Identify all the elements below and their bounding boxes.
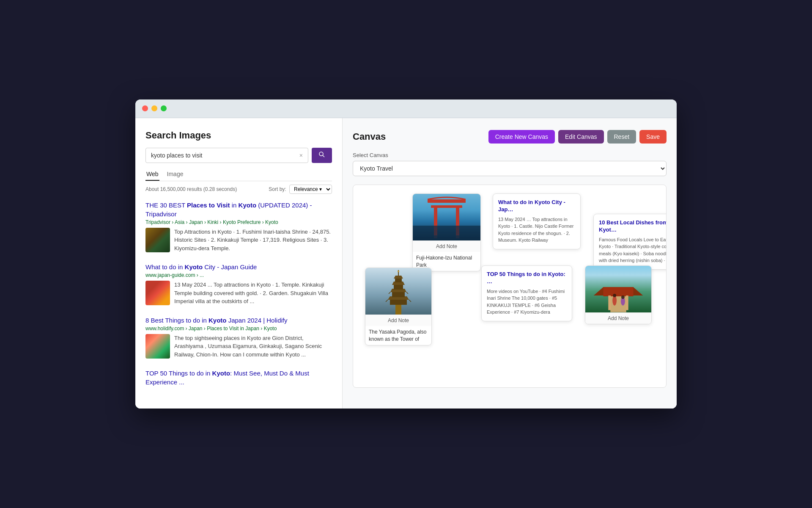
highlight: Kyoto — [212, 370, 230, 377]
search-result: THE 30 BEST Places to Visit in Kyoto (UP… — [145, 201, 332, 253]
result-thumbnail — [145, 281, 170, 305]
highlight: Kyoto — [208, 317, 227, 324]
search-result: TOP 50 Things to do in Kyoto: Must See, … — [145, 369, 332, 387]
tab-image[interactable]: Image — [166, 168, 184, 181]
results-meta: About 16,500,000 results (0.28 seconds) … — [145, 185, 332, 194]
result-title-link[interactable]: TOP 50 Things to do in Kyoto: Must See, … — [145, 369, 332, 387]
svg-line-1 — [323, 155, 324, 157]
card-title-localdishes: 10 Best Local Dishes from Kyot… — [599, 219, 667, 234]
svg-marker-20 — [394, 276, 403, 279]
canvas-card-top50[interactable]: TOP 50 Things to do in Kyoto: … More vid… — [481, 265, 572, 321]
card-caption-pagoda: The Yasaka Pagoda, also known as the Tow… — [365, 326, 431, 345]
card-image-temple — [585, 266, 651, 312]
card-title-whattodo: What to do in Kyoto City - Jap… — [498, 199, 575, 213]
search-input-wrapper: × — [145, 148, 308, 163]
svg-line-12 — [409, 300, 411, 302]
result-snippet: Top Attractions in Kyoto · 1. Fushimi In… — [174, 228, 332, 253]
canvas-card-localdishes[interactable]: 10 Best Local Dishes from Kyot… Famous F… — [593, 214, 667, 270]
canvas-select-label: Select Canvas — [353, 152, 667, 158]
browser-window: Search Images × Web Image About 1 — [135, 99, 677, 409]
search-result: 8 Best Things to do in Kyoto Japan 2024 … — [145, 316, 332, 359]
result-body: The top sightseeing places in Kyoto are … — [145, 334, 332, 359]
card-body-whattodo: 13 May 2024 … Top attractions in Kyoto ·… — [498, 216, 575, 244]
card-add-note-pagoda[interactable]: Add Note — [365, 315, 431, 326]
result-url: www.japan-guide.com › ... — [145, 272, 332, 278]
svg-point-22 — [398, 271, 399, 272]
temple-svg — [585, 279, 651, 312]
save-button[interactable]: Save — [639, 130, 667, 144]
traffic-lights — [142, 105, 167, 111]
canvas-card-torii[interactable]: Add Note Fuji-Hakone-Izu National Park — [412, 193, 481, 272]
svg-line-15 — [389, 292, 390, 294]
canvas-board: Add Note Fuji-Hakone-Izu National Park W… — [353, 185, 667, 388]
highlight: Places to Visit — [187, 202, 230, 209]
search-icon — [318, 151, 325, 158]
search-input[interactable] — [149, 149, 298, 162]
result-snippet: 13 May 2024 ... Top attractions in Kyoto… — [174, 281, 332, 306]
create-new-canvas-button[interactable]: Create New Canvas — [488, 130, 555, 144]
canvas-card-temple[interactable]: Add Note — [585, 265, 652, 324]
canvas-card-whattodo[interactable]: What to do in Kyoto City - Jap… 13 May 2… — [493, 193, 581, 249]
result-url: Tripadvisor › Asia › Japan › Kinki › Kyo… — [145, 219, 332, 225]
search-button[interactable] — [312, 148, 332, 163]
pagoda-svg — [384, 270, 413, 315]
result-url: www.holidify.com › Japan › Places to Vis… — [145, 326, 332, 331]
svg-rect-19 — [395, 279, 402, 282]
card-image-torii — [413, 194, 480, 240]
canvas-card-pagoda[interactable]: Add Note The Yasaka Pagoda, also known a… — [365, 268, 432, 346]
svg-point-29 — [613, 294, 616, 297]
canvas-select[interactable]: Kyoto Travel — [353, 161, 667, 176]
svg-rect-8 — [395, 304, 401, 315]
search-tabs: Web Image — [145, 168, 332, 181]
sort-controls: Sort by: Relevance ▾ — [269, 185, 332, 194]
result-snippet: The top sightseeing places in Kyoto are … — [174, 334, 332, 359]
search-bar: × — [145, 148, 332, 163]
canvas-panel: Canvas Create New Canvas Edit Canvas Res… — [343, 118, 677, 409]
svg-rect-2 — [428, 199, 466, 203]
svg-rect-27 — [626, 295, 628, 310]
card-add-note-temple[interactable]: Add Note — [585, 312, 651, 324]
card-add-note-torii[interactable]: Add Note — [413, 240, 480, 252]
search-clear-icon[interactable]: × — [298, 151, 304, 160]
browser-titlebar — [135, 99, 677, 118]
result-title-link[interactable]: THE 30 BEST Places to Visit in Kyoto (UP… — [145, 201, 332, 218]
svg-rect-3 — [431, 205, 462, 208]
edit-canvas-button[interactable]: Edit Canvas — [558, 130, 604, 144]
highlight: Kyoto — [239, 202, 257, 209]
close-button[interactable] — [142, 105, 148, 111]
svg-line-16 — [406, 292, 408, 294]
result-title-link[interactable]: 8 Best Things to do in Kyoto Japan 2024 … — [145, 316, 332, 325]
minimize-button[interactable] — [151, 105, 157, 111]
result-body: Top Attractions in Kyoto · 1. Fushimi In… — [145, 228, 332, 253]
card-body-localdishes: Famous Food Locals Love to Eat in Kyoto … — [599, 236, 667, 264]
svg-rect-17 — [394, 285, 403, 290]
card-image-pagoda — [365, 268, 431, 315]
canvas-header: Canvas Create New Canvas Edit Canvas Res… — [353, 130, 667, 144]
svg-rect-13 — [392, 292, 405, 297]
result-thumbnail — [145, 334, 170, 359]
canvas-actions: Create New Canvas Edit Canvas Reset Save — [488, 130, 667, 144]
canvas-title: Canvas — [353, 131, 386, 142]
results-count: About 16,500,000 results (0.28 seconds) — [145, 186, 237, 192]
result-title-link[interactable]: What to do in Kyoto City - Japan Guide — [145, 262, 332, 271]
svg-point-31 — [621, 295, 625, 299]
svg-rect-9 — [390, 300, 407, 305]
sort-select[interactable]: Relevance ▾ — [289, 185, 332, 194]
svg-point-0 — [319, 152, 323, 156]
svg-rect-26 — [608, 295, 611, 310]
tab-web[interactable]: Web — [145, 168, 159, 181]
card-body-top50: More videos on YouTube · #4 Fushimi Inar… — [487, 288, 567, 316]
result-body: 13 May 2024 ... Top attractions in Kyoto… — [145, 281, 332, 306]
search-panel-title: Search Images — [145, 130, 332, 141]
result-thumbnail — [145, 228, 170, 252]
svg-line-11 — [386, 300, 388, 302]
svg-rect-25 — [603, 287, 633, 296]
search-panel: Search Images × Web Image About 1 — [135, 118, 343, 409]
highlight: Kyoto — [185, 263, 203, 271]
maximize-button[interactable] — [161, 105, 167, 111]
card-title-top50: TOP 50 Things to do in Kyoto: … — [487, 271, 567, 285]
sort-label: Sort by: — [269, 186, 286, 192]
browser-content: Search Images × Web Image About 1 — [135, 118, 677, 409]
search-result: What to do in Kyoto City - Japan Guide w… — [145, 262, 332, 306]
reset-button[interactable]: Reset — [607, 130, 636, 144]
